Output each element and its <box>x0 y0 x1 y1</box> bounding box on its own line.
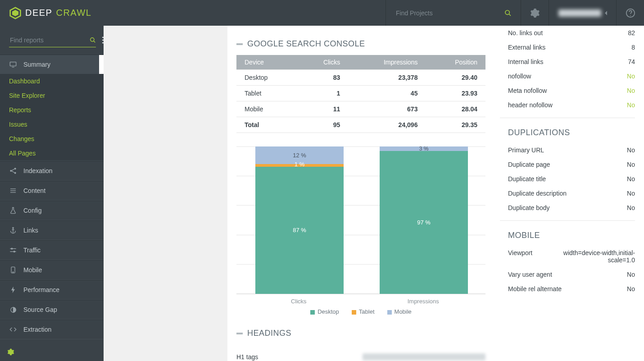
find-projects-input[interactable] <box>395 9 504 17</box>
info-row: Duplicate descriptionNo <box>508 186 635 201</box>
chart-legend: Desktop Tablet Mobile <box>227 308 494 315</box>
svg-point-6 <box>91 37 94 41</box>
username-blurred <box>558 9 601 17</box>
info-label: Mobile rel alternate <box>508 285 562 292</box>
seg-desktop: 97 % <box>380 151 468 294</box>
topbar: DEEPCRAWL <box>0 0 644 26</box>
code-icon <box>9 326 17 333</box>
chart-axis-labels: Clicks Impressions <box>236 298 485 305</box>
gsc-section-title[interactable]: GOOGLE SEARCH CONSOLE <box>227 26 494 55</box>
gsc-chart: 87 % 1 % 12 % 97 % 3 % <box>236 146 485 294</box>
svg-point-15 <box>14 172 16 174</box>
svg-line-17 <box>12 171 14 173</box>
info-label: Meta nofollow <box>508 87 547 94</box>
info-row: nofollowNo <box>508 69 635 83</box>
headings-title-text: HEADINGS <box>247 329 291 338</box>
contrast-icon <box>9 306 17 313</box>
svg-point-27 <box>14 251 15 252</box>
sidebar-summary[interactable]: Summary <box>0 55 104 74</box>
settings-button[interactable] <box>521 0 549 26</box>
info-label: Duplicate body <box>508 204 550 211</box>
brand-deep: DEEP <box>25 8 52 18</box>
sidebar-content-label: Content <box>23 187 45 194</box>
sidebar-summary-label: Summary <box>23 61 50 68</box>
info-row: Vary user agentNo <box>508 267 635 282</box>
sidebar-traffic[interactable]: Traffic <box>0 241 104 260</box>
sidebar-item-all-pages[interactable]: All Pages <box>0 146 104 160</box>
user-menu[interactable] <box>549 0 616 26</box>
sliders-icon <box>9 247 17 254</box>
help-button[interactable] <box>616 0 644 26</box>
legend-desktop: Desktop <box>310 308 339 315</box>
monitor-icon <box>9 61 17 68</box>
gear-icon <box>7 348 14 356</box>
duplications-header: DUPLICATIONS <box>500 118 635 143</box>
gear-icon <box>530 8 540 18</box>
right-panel: No. links out82 External links8 Internal… <box>500 26 644 361</box>
seg-mobile: 3 % <box>380 146 468 151</box>
list-icon <box>9 187 17 194</box>
info-row: Duplicate pageNo <box>508 157 635 172</box>
sidebar-source-gap-label: Source Gap <box>23 306 57 313</box>
sidebar-settings-button[interactable] <box>7 348 14 356</box>
legend-mobile: Mobile <box>387 308 412 315</box>
search-icon[interactable] <box>504 9 512 17</box>
sidebar-performance-label: Performance <box>23 286 59 293</box>
seg-desktop: 87 % <box>255 167 344 294</box>
main-content: GOOGLE SEARCH CONSOLE Device Clicks Impr… <box>227 26 500 361</box>
sidebar-links[interactable]: Links <box>0 221 104 240</box>
svg-point-29 <box>13 272 13 272</box>
svg-line-16 <box>12 169 14 170</box>
brand-logo[interactable]: DEEPCRAWL <box>0 7 91 19</box>
bar-clicks: 87 % 1 % 12 % <box>255 146 344 294</box>
caret-left-icon <box>605 11 607 15</box>
find-reports-box[interactable] <box>0 26 104 55</box>
info-row: Duplicate bodyNo <box>508 201 635 215</box>
seg-tablet-label: 1 % <box>295 161 304 168</box>
info-label: header nofollow <box>508 101 553 109</box>
sidebar-traffic-label: Traffic <box>23 247 41 254</box>
sidebar-content[interactable]: Content <box>0 181 104 200</box>
info-value: No <box>627 146 635 154</box>
svg-line-3 <box>509 14 511 16</box>
find-projects-box[interactable] <box>385 0 521 26</box>
sidebar-item-reports[interactable]: Reports <box>0 103 104 117</box>
sidebar-config[interactable]: Config <box>0 201 104 220</box>
info-row: No. links out82 <box>508 26 635 40</box>
info-row: External links8 <box>508 40 635 55</box>
sidebar-indexation[interactable]: Indexation <box>0 161 104 180</box>
hamburger-icon[interactable] <box>102 37 104 44</box>
search-icon[interactable] <box>90 37 96 43</box>
svg-rect-11 <box>10 62 16 66</box>
info-value: 74 <box>628 58 635 65</box>
sidebar-performance[interactable]: Performance <box>0 280 104 299</box>
svg-point-21 <box>13 227 14 228</box>
sidebar-item-changes[interactable]: Changes <box>0 132 104 146</box>
headings-section-title[interactable]: HEADINGS <box>227 315 494 344</box>
table-row-total: Total 95 24,096 29.35 <box>236 117 485 133</box>
anchor-icon <box>9 227 17 234</box>
info-value: No <box>627 161 635 168</box>
h1-tags-label: H1 tags <box>236 353 354 361</box>
sidebar-item-issues[interactable]: Issues <box>0 117 104 132</box>
hex-icon <box>9 7 22 19</box>
sidebar-item-dashboard[interactable]: Dashboard <box>0 74 104 88</box>
info-value: No <box>627 190 635 197</box>
info-row: Primary URLNo <box>508 143 635 157</box>
svg-point-5 <box>630 15 631 16</box>
info-value: No <box>627 101 635 109</box>
info-label: External links <box>508 44 545 51</box>
table-row: Mobile 11 673 28.04 <box>236 101 485 117</box>
sidebar-extraction[interactable]: Extraction <box>0 320 104 339</box>
svg-line-7 <box>94 41 95 42</box>
svg-point-26 <box>11 248 13 249</box>
sidebar-source-gap[interactable]: Source Gap <box>0 300 104 319</box>
find-reports-input[interactable] <box>9 36 90 44</box>
svg-point-14 <box>14 168 16 169</box>
info-label: Duplicate page <box>508 161 550 168</box>
col-clicks: Clicks <box>297 55 348 70</box>
sidebar: Summary Dashboard Site Explorer Reports … <box>0 26 104 361</box>
info-row: Viewportwidth=device-width,initial-scale… <box>508 246 635 267</box>
sidebar-item-site-explorer[interactable]: Site Explorer <box>0 88 104 103</box>
sidebar-mobile[interactable]: Mobile <box>0 260 104 279</box>
